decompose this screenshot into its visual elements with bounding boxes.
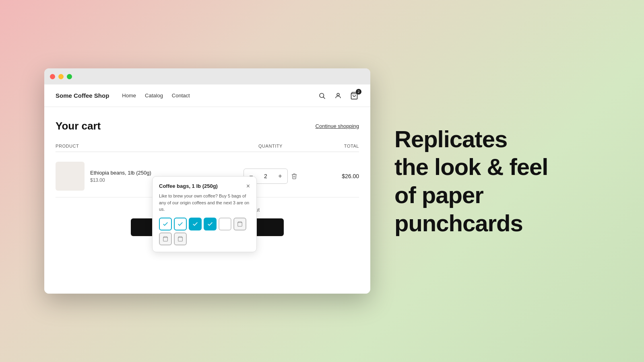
nav-bar: Some Coffee Shop Home Catalog Contact [44, 84, 370, 107]
search-icon[interactable] [317, 91, 327, 101]
product-details: Ethiopia beans, 1lb (250g) $13.00 [90, 170, 151, 183]
close-button[interactable] [50, 74, 55, 79]
browser-window: Some Coffee Shop Home Catalog Contact [44, 68, 370, 294]
reward-3 [174, 232, 187, 245]
reward-1 [233, 218, 246, 230]
product-name: Ethiopia beans, 1lb (250g) [90, 170, 151, 176]
nav-links: Home Catalog Contact [122, 93, 317, 99]
nav-home[interactable]: Home [122, 93, 136, 99]
delete-item-button[interactable] [291, 173, 297, 179]
svg-point-2 [337, 93, 339, 96]
product-image [56, 162, 85, 191]
right-panel: Replicates the look & feel of paper punc… [370, 125, 644, 237]
nav-contact[interactable]: Contact [172, 93, 190, 99]
account-icon[interactable] [333, 91, 343, 101]
store-name: Some Coffee Shop [56, 92, 109, 99]
cart-body: Your cart Continue shopping Product Quan… [44, 107, 370, 247]
nav-icons: 2 [317, 91, 359, 101]
cart-header: Your cart Continue shopping [56, 120, 359, 132]
product-col-label: Product [56, 144, 230, 148]
tagline-line1: Replicates [394, 126, 507, 152]
total-col-label: Total [311, 144, 359, 148]
tagline: Replicates the look & feel of paper punc… [394, 125, 620, 237]
cart-icon[interactable]: 2 [349, 91, 359, 101]
punch-1 [159, 218, 172, 230]
minimize-button[interactable] [58, 74, 64, 79]
row-total: $26.00 [311, 173, 359, 179]
punchcard-popup: Coffee bags, 1 lb (250g) × Like to brew … [152, 176, 257, 252]
browser-titlebar [44, 68, 370, 84]
svg-point-0 [320, 93, 324, 98]
popup-header: Coffee bags, 1 lb (250g) × [159, 183, 250, 189]
popup-close-button[interactable]: × [246, 183, 250, 189]
page-content: Some Coffee Shop Home Catalog Contact [44, 84, 370, 294]
quantity-value: 2 [258, 173, 273, 179]
quantity-increase[interactable]: + [273, 169, 287, 183]
svg-line-1 [323, 97, 325, 99]
reward-2 [159, 232, 172, 245]
punch-cards [159, 218, 250, 245]
popup-description: Like to brew your own coffee? Buy 5 bags… [159, 193, 250, 213]
cart-row: Ethiopia beans, 1lb (250g) $13.00 − 2 + [56, 155, 359, 197]
cart-count: 2 [356, 89, 361, 95]
cart-table-header: Product Quantity Total [56, 140, 359, 152]
punch-3 [189, 218, 202, 230]
product-unit-price: $13.00 [90, 177, 151, 183]
popup-title: Coffee bags, 1 lb (250g) [159, 183, 218, 189]
continue-shopping-link[interactable]: Continue shopping [316, 123, 359, 129]
maximize-button[interactable] [67, 74, 72, 79]
punch-2 [174, 218, 187, 230]
nav-catalog[interactable]: Catalog [145, 93, 163, 99]
quantity-col-label: Quantity [230, 144, 311, 148]
tagline-line2: the look & feel [394, 154, 548, 180]
tagline-line4: punchcards [394, 210, 523, 236]
tagline-line3: of paper [394, 182, 483, 208]
punch-5 [219, 218, 231, 230]
punch-4 [204, 218, 217, 230]
cart-title: Your cart [56, 120, 101, 132]
